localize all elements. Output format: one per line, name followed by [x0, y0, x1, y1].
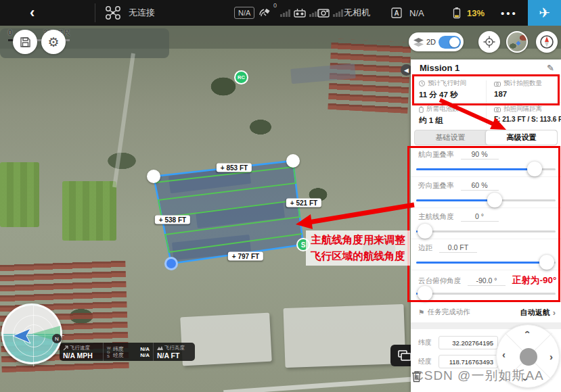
finish-action-label: 任务完成动作: [427, 308, 470, 317]
ortho-note: 正射为-90°: [512, 274, 556, 287]
locate-button[interactable]: [478, 31, 500, 53]
takeoff-button[interactable]: ✈: [528, 0, 561, 26]
telemetry-bar: 飞行速度 N/A MPH WGS 纬度N/A 经度N/A 飞行高度 N/A FT: [60, 343, 195, 361]
battery-small-icon: [419, 106, 424, 113]
mission-panel: Mission 1 ✎ 预计飞行时间 11 分 47 秒 预计拍照数量 187 …: [411, 59, 561, 392]
home-point-marker[interactable]: [164, 257, 178, 270]
dpad-center[interactable]: [520, 348, 537, 366]
longitude-label: 经度: [418, 357, 439, 366]
svg-text:A: A: [394, 9, 399, 17]
chevron-right-icon: ›: [553, 308, 556, 318]
gps-count: 0: [273, 0, 277, 22]
mission-title: Mission 1: [420, 63, 547, 73]
map-texture: [196, 201, 285, 228]
camera-icon: [494, 107, 501, 112]
edit-mission-icon[interactable]: ✎: [547, 63, 554, 73]
flag-icon: ⚑: [418, 308, 424, 316]
altitude-label: 飞行高度: [164, 345, 185, 351]
map-style-button[interactable]: [506, 31, 528, 53]
lat-value: N/A: [140, 346, 150, 352]
stat-photo-interval: 拍照间隔距离 F: 21.3 FT / S: 113.6 FT: [486, 102, 561, 128]
edge-length-label-top: + 853 FT: [217, 164, 252, 172]
edge-length-label-right: + 521 FT: [286, 199, 321, 207]
slider-track[interactable]: [416, 230, 556, 232]
settings-button[interactable]: ⚙: [41, 30, 66, 54]
slider-track[interactable]: [416, 168, 556, 170]
slider-knob[interactable]: [418, 224, 432, 239]
slider-front-overlap: 航向重叠率90 %: [411, 146, 561, 177]
nudge-left-button[interactable]: ›: [502, 351, 506, 362]
map-texture: [284, 304, 406, 368]
layers-icon: [397, 349, 412, 362]
flight-mode-value: N/A: [409, 0, 424, 26]
slider-track[interactable]: [416, 293, 556, 295]
map-texture: [0, 162, 39, 227]
view-2d-label: 2D: [426, 38, 436, 46]
margin-value[interactable]: 0.0 FT: [439, 243, 477, 253]
save-icon: [20, 36, 31, 48]
compass-needle-icon: [539, 34, 555, 50]
nudge-up-button[interactable]: ›: [520, 330, 532, 334]
gear-icon: ⚙: [47, 34, 59, 50]
side-overlap-value[interactable]: 60 %: [461, 181, 499, 191]
watermark: CSDN @一别如斯AA: [414, 367, 544, 385]
slider-track[interactable]: [416, 262, 556, 264]
view-toggle-switch[interactable]: [439, 36, 461, 49]
tab-advanced-settings[interactable]: 高级设置: [486, 130, 557, 145]
back-button[interactable]: ‹: [30, 0, 35, 26]
tab-basic-settings[interactable]: 基础设置: [415, 130, 486, 145]
satellite-icon: [259, 0, 272, 26]
latitude-field[interactable]: 32.202764195: [439, 336, 498, 349]
polygon-corner-handle[interactable]: [147, 170, 160, 183]
drone-icon: [105, 0, 121, 26]
map-texture: [112, 53, 135, 188]
connection-status-label: 无连接: [129, 0, 155, 26]
camera-signal-bars: [332, 0, 343, 26]
status-na-badge: N/A: [234, 0, 254, 26]
finish-action-row[interactable]: ⚑任务完成动作 自动返航 ›: [411, 301, 561, 322]
map-thumbnail-icon: [506, 31, 528, 53]
slider-track[interactable]: [416, 199, 556, 201]
edge-length-label-bottom: + 797 FT: [228, 252, 263, 261]
slider-knob[interactable]: [418, 286, 432, 301]
stat-photo-count: 预计拍照数量 187: [486, 76, 561, 102]
mission-stats: 预计飞行时间 11 分 47 秒 预计拍照数量 187 所需电池数 约 1 组 …: [411, 76, 561, 128]
save-mission-button[interactable]: [13, 30, 37, 54]
latitude-label: 纬度: [418, 338, 439, 347]
altitude-value: N/A FT: [157, 351, 192, 360]
slider-knob[interactable]: [487, 193, 502, 207]
wgs-label: WGS: [107, 346, 111, 358]
finish-action-value: 自动返航: [520, 308, 550, 318]
map-texture: [62, 181, 116, 241]
flight-mode-icon: A: [390, 0, 403, 26]
camera-status-label: 无相机: [344, 0, 370, 26]
nudge-right-button[interactable]: ›: [549, 351, 553, 362]
map-texture: [223, 375, 440, 392]
slider-knob[interactable]: [539, 255, 554, 270]
mission-header: Mission 1 ✎: [411, 59, 561, 76]
remote-controller-icon: [293, 0, 307, 26]
slider-margin: 边距0.0 FT: [411, 239, 561, 270]
front-overlap-value[interactable]: 90 %: [461, 150, 499, 160]
battery-percent: 13%: [467, 0, 485, 26]
rc-location-marker: RC: [234, 70, 248, 84]
gps-signal-bars: [279, 0, 290, 26]
map-view-pill[interactable]: 2D: [409, 32, 464, 51]
slider-side-overlap: 旁向重叠率60 %: [411, 177, 561, 208]
speed-label: 飞行速度: [70, 345, 90, 351]
course-angle-value[interactable]: 0 °: [461, 212, 499, 222]
slider-course-angle: 主航线角度0 °: [411, 208, 561, 239]
topbar-divider: [95, 3, 95, 22]
longitude-field[interactable]: 118.716763493: [439, 355, 498, 368]
more-menu-button[interactable]: •••: [501, 0, 518, 26]
red-annotation-note: 主航线角度用来调整 飞行区域的航线角度: [306, 230, 410, 266]
airplane-icon: ✈: [539, 5, 550, 21]
compass-reset-button[interactable]: [536, 31, 558, 53]
scale-zero: 0: [8, 29, 12, 36]
polygon-corner-handle[interactable]: [286, 154, 300, 168]
map-mode-icon: [413, 38, 424, 47]
speed-value: N/A MPH: [63, 351, 99, 360]
slider-knob[interactable]: [527, 162, 542, 176]
settings-tabs: 基础设置 高级设置: [414, 130, 558, 145]
gimbal-pitch-value[interactable]: -90.0 °: [468, 276, 506, 286]
